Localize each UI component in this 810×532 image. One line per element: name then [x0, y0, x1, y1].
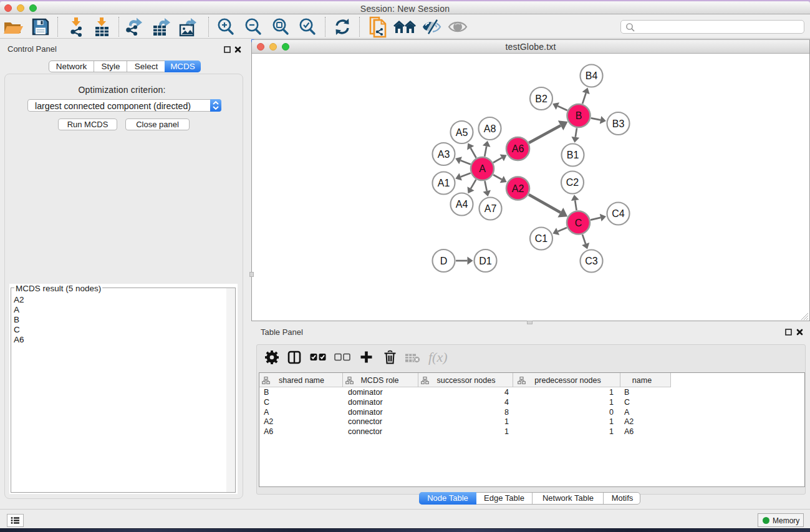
- svg-text:A6: A6: [512, 143, 524, 154]
- svg-text:B2: B2: [535, 94, 547, 104]
- svg-text:A7: A7: [485, 203, 497, 214]
- svg-text:B1: B1: [567, 150, 579, 160]
- svg-text:C3: C3: [585, 256, 598, 266]
- svg-text:C: C: [575, 218, 582, 228]
- svg-text:A3: A3: [438, 149, 450, 160]
- svg-text:A2: A2: [512, 183, 524, 194]
- svg-text:C4: C4: [612, 208, 625, 219]
- svg-text:A1: A1: [438, 178, 450, 188]
- svg-text:C2: C2: [566, 177, 579, 188]
- svg-text:B4: B4: [586, 70, 598, 81]
- svg-text:A5: A5: [456, 127, 468, 138]
- svg-text:B3: B3: [612, 118, 625, 129]
- svg-text:B: B: [576, 110, 582, 121]
- svg-text:C1: C1: [535, 233, 548, 244]
- svg-text:A: A: [479, 163, 486, 174]
- svg-text:A4: A4: [456, 199, 468, 210]
- svg-text:D: D: [440, 256, 448, 266]
- svg-text:A8: A8: [484, 123, 496, 134]
- svg-text:D1: D1: [479, 256, 492, 266]
